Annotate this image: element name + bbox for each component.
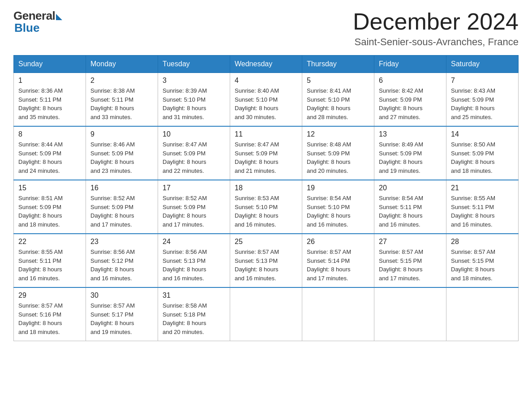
day-number: 29 [18,291,81,300]
day-info: Sunrise: 8:52 AMSunset: 5:09 PMDaylight:… [90,194,153,229]
table-row: 28 Sunrise: 8:57 AMSunset: 5:15 PMDaylig… [446,234,519,287]
day-info: Sunrise: 8:56 AMSunset: 5:13 PMDaylight:… [163,248,225,283]
col-thursday: Thursday [302,56,374,73]
day-info: Sunrise: 8:57 AMSunset: 5:15 PMDaylight:… [379,248,442,283]
day-number: 28 [451,238,514,246]
table-row: 21 Sunrise: 8:55 AMSunset: 5:11 PMDaylig… [446,180,519,234]
logo-blue-text: Blue [14,21,39,35]
table-row [230,287,302,341]
day-number: 10 [163,130,225,138]
day-number: 17 [163,184,225,192]
logo-arrow-icon [56,14,62,20]
table-row: 24 Sunrise: 8:56 AMSunset: 5:13 PMDaylig… [158,234,230,287]
location-title: Saint-Senier-sous-Avranches, France [353,36,519,48]
col-tuesday: Tuesday [158,56,230,73]
day-info: Sunrise: 8:43 AMSunset: 5:09 PMDaylight:… [451,86,514,121]
table-row: 22 Sunrise: 8:55 AMSunset: 5:11 PMDaylig… [14,234,86,287]
table-row: 18 Sunrise: 8:53 AMSunset: 5:10 PMDaylig… [230,180,302,234]
page-header: General Blue December 2024 Saint-Senier-… [13,9,519,48]
table-row: 2 Sunrise: 8:38 AMSunset: 5:11 PMDayligh… [86,73,158,127]
day-info: Sunrise: 8:56 AMSunset: 5:12 PMDaylight:… [90,248,153,283]
day-number: 21 [451,184,514,192]
day-number: 14 [451,130,514,138]
table-row: 27 Sunrise: 8:57 AMSunset: 5:15 PMDaylig… [374,234,446,287]
logo: General Blue [13,9,62,35]
day-info: Sunrise: 8:57 AMSunset: 5:17 PMDaylight:… [90,301,153,336]
day-number: 2 [90,77,153,85]
day-info: Sunrise: 8:36 AMSunset: 5:11 PMDaylight:… [18,86,81,121]
calendar-header-row: Sunday Monday Tuesday Wednesday Thursday… [14,56,519,73]
table-row: 7 Sunrise: 8:43 AMSunset: 5:09 PMDayligh… [446,73,519,127]
day-number: 4 [235,77,297,85]
table-row [446,287,519,341]
calendar-row: 1 Sunrise: 8:36 AMSunset: 5:11 PMDayligh… [14,73,519,127]
day-number: 11 [235,130,297,138]
table-row: 19 Sunrise: 8:54 AMSunset: 5:10 PMDaylig… [302,180,374,234]
calendar-row: 15 Sunrise: 8:51 AMSunset: 5:09 PMDaylig… [14,180,519,234]
col-wednesday: Wednesday [230,56,302,73]
title-block: December 2024 Saint-Senier-sous-Avranche… [353,9,519,48]
day-number: 13 [379,130,442,138]
day-info: Sunrise: 8:57 AMSunset: 5:14 PMDaylight:… [307,248,369,283]
calendar-row: 8 Sunrise: 8:44 AMSunset: 5:09 PMDayligh… [14,126,519,180]
day-info: Sunrise: 8:38 AMSunset: 5:11 PMDaylight:… [90,86,153,121]
day-number: 30 [90,291,153,300]
day-number: 25 [235,238,297,246]
table-row: 15 Sunrise: 8:51 AMSunset: 5:09 PMDaylig… [14,180,86,234]
month-title: December 2024 [353,9,519,34]
table-row: 10 Sunrise: 8:47 AMSunset: 5:09 PMDaylig… [158,126,230,180]
day-number: 12 [307,130,369,138]
day-info: Sunrise: 8:46 AMSunset: 5:09 PMDaylight:… [90,140,153,175]
day-number: 9 [90,130,153,138]
day-info: Sunrise: 8:54 AMSunset: 5:11 PMDaylight:… [379,194,442,229]
day-number: 6 [379,77,442,85]
table-row: 20 Sunrise: 8:54 AMSunset: 5:11 PMDaylig… [374,180,446,234]
day-number: 7 [451,77,514,85]
day-info: Sunrise: 8:57 AMSunset: 5:16 PMDaylight:… [18,301,81,336]
table-row: 1 Sunrise: 8:36 AMSunset: 5:11 PMDayligh… [14,73,86,127]
day-info: Sunrise: 8:55 AMSunset: 5:11 PMDaylight:… [451,194,514,229]
day-info: Sunrise: 8:54 AMSunset: 5:10 PMDaylight:… [307,194,369,229]
day-number: 16 [90,184,153,192]
day-info: Sunrise: 8:57 AMSunset: 5:13 PMDaylight:… [235,248,297,283]
table-row: 4 Sunrise: 8:40 AMSunset: 5:10 PMDayligh… [230,73,302,127]
table-row: 8 Sunrise: 8:44 AMSunset: 5:09 PMDayligh… [14,126,86,180]
table-row: 12 Sunrise: 8:48 AMSunset: 5:09 PMDaylig… [302,126,374,180]
table-row: 9 Sunrise: 8:46 AMSunset: 5:09 PMDayligh… [86,126,158,180]
day-number: 22 [18,238,81,246]
calendar-row: 22 Sunrise: 8:55 AMSunset: 5:11 PMDaylig… [14,234,519,287]
day-info: Sunrise: 8:55 AMSunset: 5:11 PMDaylight:… [18,248,81,283]
table-row: 31 Sunrise: 8:58 AMSunset: 5:18 PMDaylig… [158,287,230,341]
day-info: Sunrise: 8:42 AMSunset: 5:09 PMDaylight:… [379,86,442,121]
table-row [374,287,446,341]
table-row [302,287,374,341]
table-row: 26 Sunrise: 8:57 AMSunset: 5:14 PMDaylig… [302,234,374,287]
day-info: Sunrise: 8:57 AMSunset: 5:15 PMDaylight:… [451,248,514,283]
col-sunday: Sunday [14,56,86,73]
day-info: Sunrise: 8:39 AMSunset: 5:10 PMDaylight:… [163,86,225,121]
col-friday: Friday [374,56,446,73]
day-info: Sunrise: 8:52 AMSunset: 5:09 PMDaylight:… [163,194,225,229]
table-row: 6 Sunrise: 8:42 AMSunset: 5:09 PMDayligh… [374,73,446,127]
table-row: 25 Sunrise: 8:57 AMSunset: 5:13 PMDaylig… [230,234,302,287]
day-info: Sunrise: 8:58 AMSunset: 5:18 PMDaylight:… [163,301,225,336]
calendar-table: Sunday Monday Tuesday Wednesday Thursday… [13,55,519,341]
table-row: 5 Sunrise: 8:41 AMSunset: 5:10 PMDayligh… [302,73,374,127]
day-number: 26 [307,238,369,246]
day-number: 3 [163,77,225,85]
table-row: 16 Sunrise: 8:52 AMSunset: 5:09 PMDaylig… [86,180,158,234]
day-info: Sunrise: 8:41 AMSunset: 5:10 PMDaylight:… [307,86,369,121]
day-number: 19 [307,184,369,192]
day-number: 8 [18,130,81,138]
table-row: 11 Sunrise: 8:47 AMSunset: 5:09 PMDaylig… [230,126,302,180]
day-info: Sunrise: 8:40 AMSunset: 5:10 PMDaylight:… [235,86,297,121]
day-number: 31 [163,291,225,300]
day-info: Sunrise: 8:48 AMSunset: 5:09 PMDaylight:… [307,140,369,175]
col-saturday: Saturday [446,56,519,73]
table-row: 17 Sunrise: 8:52 AMSunset: 5:09 PMDaylig… [158,180,230,234]
table-row: 23 Sunrise: 8:56 AMSunset: 5:12 PMDaylig… [86,234,158,287]
day-number: 23 [90,238,153,246]
day-number: 20 [379,184,442,192]
table-row: 29 Sunrise: 8:57 AMSunset: 5:16 PMDaylig… [14,287,86,341]
day-info: Sunrise: 8:50 AMSunset: 5:09 PMDaylight:… [451,140,514,175]
